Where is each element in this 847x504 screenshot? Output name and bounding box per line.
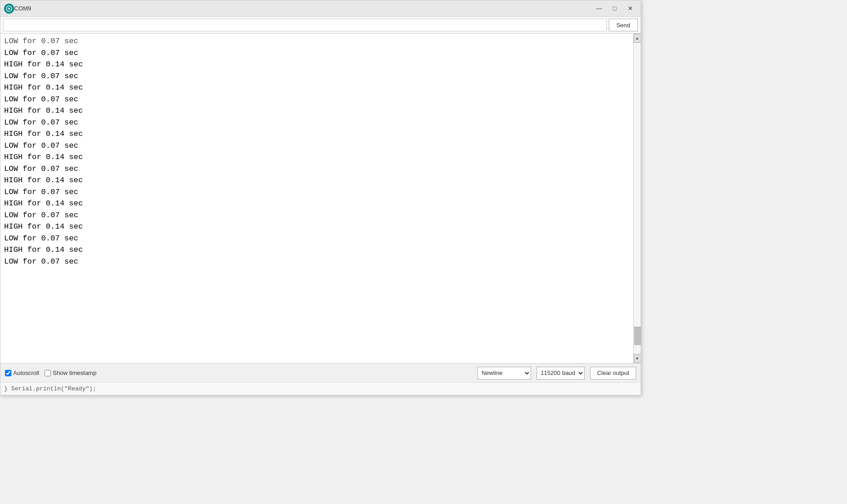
send-toolbar: Send — [0, 17, 641, 34]
scroll-up-button[interactable]: ▲ — [634, 34, 641, 43]
scroll-down-button[interactable]: ▼ — [634, 354, 641, 363]
bottom-code-bar: } Serial.println("Ready"); — [0, 382, 641, 395]
show-timestamp-checkbox-label[interactable]: Show timestamp — [45, 369, 96, 376]
output-line: HIGH for 0.14 sec — [4, 221, 630, 233]
output-line: HIGH for 0.14 sec — [4, 151, 630, 163]
send-button[interactable]: Send — [609, 19, 638, 31]
scroll-track — [634, 43, 641, 354]
output-line: LOW for 0.07 sec — [4, 256, 630, 268]
scrollbar: ▲ ▼ — [633, 34, 641, 363]
output-line: LOW for 0.07 sec — [4, 117, 630, 129]
title-bar: COM9 — □ ✕ — [0, 0, 641, 17]
output-line: HIGH for 0.14 sec — [4, 128, 630, 140]
output-line: LOW for 0.07 sec — [4, 140, 630, 152]
statusbar: Autoscroll Show timestamp Newline No lin… — [0, 363, 641, 382]
output-line: HIGH for 0.14 sec — [4, 198, 630, 210]
minimize-button[interactable]: — — [592, 3, 606, 14]
window-controls: — □ ✕ — [592, 3, 637, 14]
close-button[interactable]: ✕ — [623, 3, 637, 14]
autoscroll-label: Autoscroll — [13, 369, 39, 376]
output-line: LOW for 0.07 sec — [4, 210, 630, 221]
output-line: LOW for 0.07 sec — [4, 47, 630, 59]
baud-rate-select[interactable]: 300 baud 1200 baud 2400 baud 4800 baud 9… — [536, 367, 585, 379]
output-line: LOW for 0.07 sec — [4, 163, 630, 175]
show-timestamp-label: Show timestamp — [53, 369, 96, 376]
serial-output[interactable]: LOW for 0.07 secLOW for 0.07 secHIGH for… — [0, 34, 633, 363]
scroll-thumb[interactable] — [634, 327, 641, 345]
autoscroll-checkbox[interactable] — [5, 370, 11, 376]
bottom-code-text: } Serial.println("Ready"); — [4, 385, 96, 392]
autoscroll-checkbox-label[interactable]: Autoscroll — [5, 369, 39, 376]
output-line: LOW for 0.07 sec — [4, 70, 630, 82]
output-section: LOW for 0.07 secLOW for 0.07 secHIGH for… — [0, 34, 641, 363]
clear-output-button[interactable]: Clear output — [590, 367, 636, 379]
output-line: HIGH for 0.14 sec — [4, 175, 630, 186]
output-line: LOW for 0.07 sec — [4, 94, 630, 105]
output-line: LOW for 0.07 sec — [4, 233, 630, 245]
output-line: HIGH for 0.14 sec — [4, 82, 630, 94]
window-title: COM9 — [14, 5, 592, 12]
arduino-logo-icon — [4, 4, 14, 14]
message-input[interactable] — [3, 19, 607, 31]
show-timestamp-checkbox[interactable] — [45, 370, 51, 376]
maximize-button[interactable]: □ — [608, 3, 621, 14]
output-line: LOW for 0.07 sec — [4, 35, 630, 47]
output-line: HIGH for 0.14 sec — [4, 244, 630, 256]
serial-monitor-window: COM9 — □ ✕ Send LOW for 0.07 secLOW for … — [0, 0, 641, 395]
output-line: LOW for 0.07 sec — [4, 186, 630, 198]
newline-select[interactable]: Newline No line ending Carriage return B… — [477, 367, 531, 379]
output-line: HIGH for 0.14 sec — [4, 105, 630, 117]
output-line: HIGH for 0.14 sec — [4, 59, 630, 70]
